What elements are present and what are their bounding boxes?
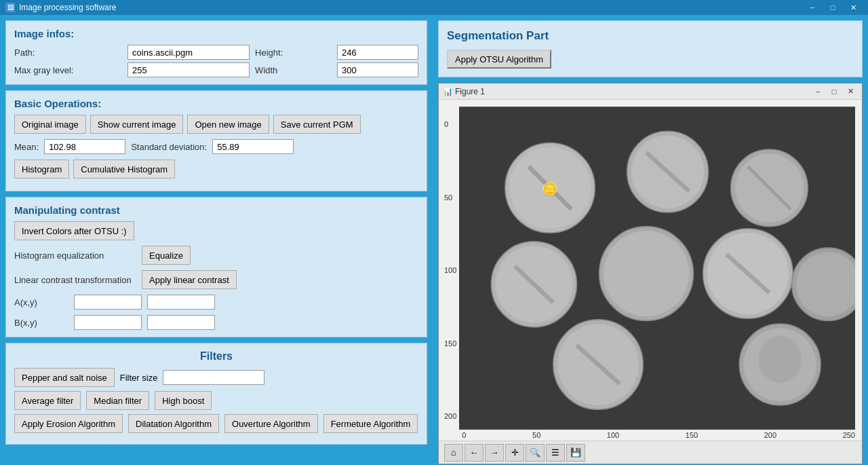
- median-filter-button[interactable]: Median filter: [86, 391, 149, 410]
- figure-titlebar: 📊 Figure 1 − □ ✕: [439, 83, 862, 100]
- filters-title: Filters: [14, 350, 418, 362]
- figure-titlebar-left: 📊 Figure 1: [443, 87, 485, 96]
- toolbar-save-button[interactable]: 💾: [566, 444, 585, 462]
- bxy-input-2[interactable]: [147, 315, 215, 330]
- coins-image: 🪙: [459, 107, 855, 430]
- axy-input-2[interactable]: [147, 295, 215, 310]
- original-image-button[interactable]: Original image: [14, 115, 86, 134]
- filter-row-3: Apply Erosion Algorithm Dilatation Algor…: [14, 414, 418, 433]
- close-button[interactable]: ✕: [844, 1, 863, 14]
- image-infos-section: Image infos: Path: Height: Max gray leve…: [5, 20, 427, 85]
- figure-close-button[interactable]: ✕: [843, 86, 858, 97]
- right-panel: Segmentation Part Apply OTSU Algorithm 📊…: [433, 15, 868, 465]
- max-gray-input[interactable]: [127, 62, 250, 77]
- app-title: Image processing software: [19, 3, 116, 12]
- std-label: Standard deviation:: [131, 142, 207, 152]
- left-panel: Image infos: Path: Height: Max gray leve…: [0, 15, 433, 465]
- apply-linear-button[interactable]: Apply linear contrast: [142, 270, 237, 289]
- image-info-grid: Path: Height: Max gray level: Width: [14, 45, 418, 77]
- cumulative-histogram-button[interactable]: Cumulative Histogram: [73, 160, 175, 179]
- figure-window: 📊 Figure 1 − □ ✕ 0 50 100 150 200: [438, 83, 863, 464]
- ouverture-button[interactable]: Ouverture Algorithm: [224, 414, 318, 433]
- hist-eq-row: Histogram equalization Equalize: [14, 246, 418, 265]
- filter-row-2: Average filter Median filter High boost: [14, 391, 418, 410]
- toolbar-back-button[interactable]: ←: [465, 444, 484, 462]
- toolbar-settings-button[interactable]: ☰: [546, 444, 565, 462]
- toolbar-pan-button[interactable]: ✛: [505, 444, 524, 462]
- titlebar: 🖼 Image processing software − □ ✕: [0, 0, 868, 15]
- histogram-button[interactable]: Histogram: [14, 160, 69, 179]
- open-new-button[interactable]: Open new image: [187, 115, 269, 134]
- y-axis: 0 50 100 150 200: [439, 100, 459, 441]
- yaxis-label-100: 100: [444, 266, 456, 274]
- contrast-title: Manipulating contrast: [14, 204, 418, 216]
- dilatation-button[interactable]: Dilatation Algorithm: [128, 414, 219, 433]
- filter-row-1: Pepper and salt noise Filter size: [14, 368, 418, 387]
- bxy-row: B(x,y): [14, 315, 418, 330]
- width-label: Width: [255, 65, 332, 75]
- axy-input-1[interactable]: [74, 295, 142, 310]
- high-boost-button[interactable]: High boost: [155, 391, 212, 410]
- xaxis-label-100: 100: [607, 431, 619, 439]
- svg-point-15: [604, 231, 689, 316]
- segmentation-section: Segmentation Part Apply OTSU Algorithm: [438, 20, 863, 77]
- average-filter-button[interactable]: Average filter: [14, 391, 81, 410]
- basic-ops-btn-row: Original image Show current image Open n…: [14, 115, 418, 134]
- xaxis-label-0: 0: [462, 431, 466, 439]
- show-current-button[interactable]: Show current image: [90, 115, 184, 134]
- histogram-btn-row: Histogram Cumulative Histogram: [14, 160, 418, 179]
- image-infos-title: Image infos:: [14, 28, 418, 39]
- minimize-button[interactable]: −: [803, 1, 822, 14]
- invert-colors-button[interactable]: Invert Colors after OTSU :): [14, 221, 134, 240]
- toolbar-zoom-button[interactable]: 🔍: [526, 444, 545, 462]
- figure-title: Figure 1: [455, 87, 485, 96]
- pepper-salt-button[interactable]: Pepper and salt noise: [14, 368, 115, 387]
- toolbar-home-button[interactable]: ⌂: [444, 444, 463, 462]
- equalize-button[interactable]: Equalize: [142, 246, 191, 265]
- basic-ops-title: Basic Operations:: [14, 98, 418, 109]
- bxy-input-1[interactable]: [74, 315, 142, 330]
- figure-maximize-button[interactable]: □: [827, 86, 842, 97]
- xaxis-label-200: 200: [764, 431, 776, 439]
- contrast-section: Manipulating contrast Invert Colors afte…: [5, 197, 427, 337]
- figure-toolbar: ⌂ ← → ✛ 🔍 ☰ 💾: [439, 441, 862, 464]
- hist-eq-label: Histogram equalization: [14, 250, 136, 261]
- otsu-button[interactable]: Apply OTSU Algorithm: [447, 50, 551, 69]
- height-input[interactable]: [337, 45, 418, 60]
- contrast-controls: Invert Colors after OTSU :) Histogram eq…: [14, 221, 418, 330]
- filter-size-input[interactable]: [163, 370, 264, 385]
- app-icon: 🖼: [5, 3, 15, 12]
- yaxis-label-0: 0: [444, 120, 456, 128]
- erosion-button[interactable]: Apply Erosion Algorithm: [14, 414, 123, 433]
- main-layout: Image infos: Path: Height: Max gray leve…: [0, 15, 868, 465]
- width-input[interactable]: [337, 62, 418, 77]
- linear-contrast-row: Linear contrast transformation Apply lin…: [14, 270, 418, 289]
- toolbar-forward-button[interactable]: →: [485, 444, 504, 462]
- filter-size-label: Filter size: [120, 373, 158, 383]
- stats-row: Mean: Standard deviation:: [14, 139, 418, 154]
- x-axis: 0 50 100 150 200 250: [459, 430, 862, 441]
- basic-ops-section: Basic Operations: Original image Show cu…: [5, 90, 427, 191]
- xaxis-label-150: 150: [686, 431, 698, 439]
- image-container: 🪙: [459, 107, 855, 430]
- height-label: Height:: [255, 48, 332, 58]
- std-input[interactable]: [212, 139, 294, 154]
- svg-point-26: [759, 335, 802, 382]
- filters-section: Filters Pepper and salt noise Filter siz…: [5, 343, 427, 445]
- linear-label: Linear contrast transformation: [14, 275, 136, 285]
- figure-icon: 📊: [443, 87, 452, 96]
- svg-text:🪙: 🪙: [542, 181, 558, 197]
- mean-input[interactable]: [44, 139, 125, 154]
- figure-minimize-button[interactable]: −: [810, 86, 825, 97]
- figure-content: 0 50 100 150 200: [439, 100, 862, 441]
- save-pgm-button[interactable]: Save current PGM: [273, 115, 361, 134]
- bxy-label: B(x,y): [14, 318, 68, 328]
- axy-row: A(x,y): [14, 295, 418, 310]
- titlebar-left: 🖼 Image processing software: [5, 3, 116, 12]
- maximize-button[interactable]: □: [823, 1, 842, 14]
- chart-area: 🪙: [459, 100, 862, 441]
- yaxis-label-150: 150: [444, 339, 456, 348]
- path-input[interactable]: [127, 45, 250, 60]
- axy-label: A(x,y): [14, 297, 68, 308]
- fermeture-button[interactable]: Fermeture Algorithm: [323, 414, 418, 433]
